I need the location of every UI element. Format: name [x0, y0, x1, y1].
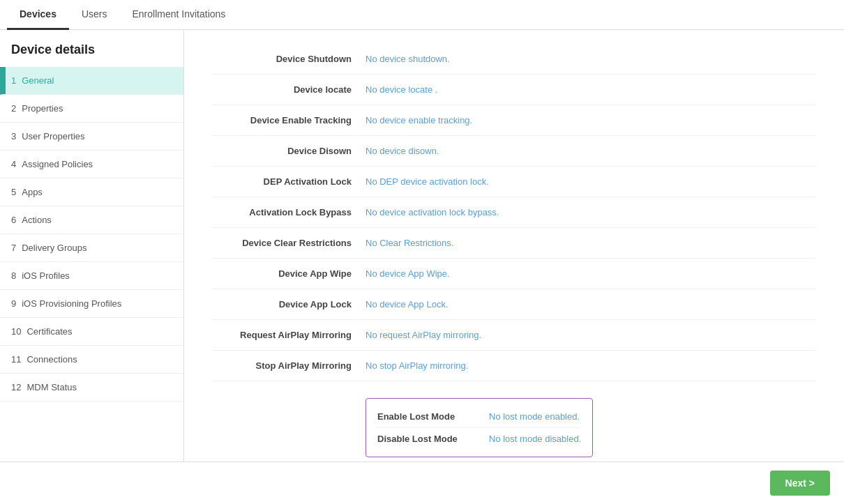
sidebar-item-certificates[interactable]: 10 Certificates: [0, 318, 183, 346]
label-request-airplay-mirroring: Request AirPlay Mirroring: [212, 330, 366, 340]
sidebar-item-label-assigned-policies: Assigned Policies: [22, 159, 93, 169]
lost-mode-box: Enable Lost Mode No lost mode enabled. D…: [366, 398, 593, 457]
value-device-app-wipe: No device App Wipe.: [366, 268, 450, 279]
detail-row-device-enable-tracking: Device Enable Tracking No device enable …: [212, 105, 816, 136]
tab-users[interactable]: Users: [69, 0, 120, 30]
label-disable-lost-mode: Disable Lost Mode: [377, 434, 489, 444]
sidebar: Device details 1 General 2 Properties 3 …: [0, 30, 184, 461]
label-device-clear-restrictions: Device Clear Restrictions: [212, 238, 366, 248]
detail-row-activation-lock-bypass: Activation Lock Bypass No device activat…: [212, 197, 816, 228]
detail-row-device-clear-restrictions: Device Clear Restrictions No Clear Restr…: [212, 228, 816, 259]
detail-row-device-app-lock: Device App Lock No device App Lock.: [212, 289, 816, 320]
sidebar-item-label-mdm-status: MDM Status: [27, 382, 77, 392]
sidebar-item-label-delivery-groups: Delivery Groups: [22, 243, 86, 253]
content-area: Device Shutdown No device shutdown. Devi…: [184, 30, 844, 461]
tab-enrollment-invitations[interactable]: Enrollment Invitations: [120, 0, 239, 30]
sidebar-item-label-apps: Apps: [22, 187, 43, 197]
sidebar-item-label-certificates: Certificates: [27, 326, 72, 337]
sidebar-item-num-5: 5: [11, 187, 16, 197]
label-device-locate: Device locate: [212, 84, 366, 95]
label-stop-airplay-mirroring: Stop AirPlay Mirroring: [212, 360, 366, 371]
sidebar-item-label-actions: Actions: [22, 215, 52, 225]
value-device-app-lock: No device App Lock.: [366, 299, 449, 310]
sidebar-item-label-properties: Properties: [22, 103, 63, 114]
sidebar-item-num-12: 12: [11, 382, 21, 392]
lost-mode-section: Enable Lost Mode No lost mode enabled. D…: [366, 392, 816, 457]
sidebar-item-num-10: 10: [11, 326, 21, 337]
detail-row-device-locate: Device locate No device locate .: [212, 75, 816, 105]
value-device-shutdown: No device shutdown.: [366, 54, 450, 64]
value-device-clear-restrictions: No Clear Restrictions.: [366, 238, 453, 248]
sidebar-item-num-11: 11: [11, 354, 21, 365]
label-dep-activation-lock: DEP Activation Lock: [212, 176, 366, 187]
detail-rows-section: Device Shutdown No device shutdown. Devi…: [212, 44, 816, 461]
value-enable-lost-mode: No lost mode enabled.: [489, 411, 580, 422]
footer: Next >: [0, 461, 844, 504]
sidebar-item-num-2: 2: [11, 103, 16, 114]
value-dep-activation-lock: No DEP device activation lock.: [366, 176, 489, 187]
value-device-enable-tracking: No device enable tracking.: [366, 115, 472, 125]
label-device-app-wipe: Device App Wipe: [212, 268, 366, 279]
label-device-disown: Device Disown: [212, 146, 366, 156]
value-device-disown: No device disown.: [366, 146, 439, 156]
detail-row-device-disown: Device Disown No device disown.: [212, 136, 816, 167]
sidebar-item-actions[interactable]: 6 Actions: [0, 206, 183, 234]
sidebar-item-connections[interactable]: 11 Connections: [0, 346, 183, 374]
top-nav: Devices Users Enrollment Invitations: [0, 0, 844, 30]
sidebar-item-properties[interactable]: 2 Properties: [0, 95, 183, 123]
detail-row-device-shutdown: Device Shutdown No device shutdown.: [212, 44, 816, 75]
sidebar-item-num-9: 9: [11, 298, 16, 309]
sidebar-item-num-8: 8: [11, 270, 16, 281]
sidebar-item-label-ios-profiles: iOS Profiles: [22, 270, 70, 281]
value-activation-lock-bypass: No device activation lock bypass.: [366, 207, 499, 217]
detail-row-device-app-wipe: Device App Wipe No device App Wipe.: [212, 259, 816, 289]
label-enable-lost-mode: Enable Lost Mode: [377, 411, 489, 422]
label-device-app-lock: Device App Lock: [212, 299, 366, 310]
sidebar-item-num-1: 1: [11, 75, 16, 86]
sidebar-item-num-7: 7: [11, 243, 16, 253]
lost-mode-row-disable: Disable Lost Mode No lost mode disabled.: [377, 428, 581, 450]
sidebar-item-num-4: 4: [11, 159, 16, 169]
detail-row-dep-activation-lock: DEP Activation Lock No DEP device activa…: [212, 167, 816, 197]
sidebar-item-label-general: General: [22, 75, 54, 86]
label-device-shutdown: Device Shutdown: [212, 54, 366, 64]
value-stop-airplay-mirroring: No stop AirPlay mirroring.: [366, 360, 468, 371]
sidebar-item-delivery-groups[interactable]: 7 Delivery Groups: [0, 234, 183, 262]
sidebar-item-user-properties[interactable]: 3 User Properties: [0, 123, 183, 151]
value-request-airplay-mirroring: No request AirPlay mirroring.: [366, 330, 481, 340]
sidebar-title: Device details: [0, 30, 183, 67]
next-button[interactable]: Next >: [770, 471, 830, 496]
sidebar-item-num-6: 6: [11, 215, 16, 225]
sidebar-item-assigned-policies[interactable]: 4 Assigned Policies: [0, 151, 183, 178]
sidebar-item-mdm-status[interactable]: 12 MDM Status: [0, 374, 183, 402]
sidebar-item-ios-profiles[interactable]: 8 iOS Profiles: [0, 262, 183, 290]
sidebar-item-apps[interactable]: 5 Apps: [0, 178, 183, 206]
label-device-enable-tracking: Device Enable Tracking: [212, 115, 366, 125]
sidebar-item-label-connections: Connections: [27, 354, 77, 365]
sidebar-item-label-user-properties: User Properties: [22, 131, 84, 142]
main-area: Device details 1 General 2 Properties 3 …: [0, 30, 844, 461]
label-activation-lock-bypass: Activation Lock Bypass: [212, 207, 366, 217]
detail-row-request-airplay-mirroring: Request AirPlay Mirroring No request Air…: [212, 320, 816, 351]
sidebar-item-ios-provisioning-profiles[interactable]: 9 iOS Provisioning Profiles: [0, 290, 183, 318]
sidebar-item-general[interactable]: 1 General: [0, 67, 183, 95]
tab-devices[interactable]: Devices: [7, 0, 69, 30]
detail-row-stop-airplay-mirroring: Stop AirPlay Mirroring No stop AirPlay m…: [212, 351, 816, 381]
sidebar-item-label-ios-provisioning-profiles: iOS Provisioning Profiles: [22, 298, 121, 309]
value-device-locate: No device locate .: [366, 84, 437, 95]
sidebar-item-num-3: 3: [11, 131, 16, 142]
value-disable-lost-mode: No lost mode disabled.: [489, 434, 581, 444]
lost-mode-row-enable: Enable Lost Mode No lost mode enabled.: [377, 406, 581, 428]
